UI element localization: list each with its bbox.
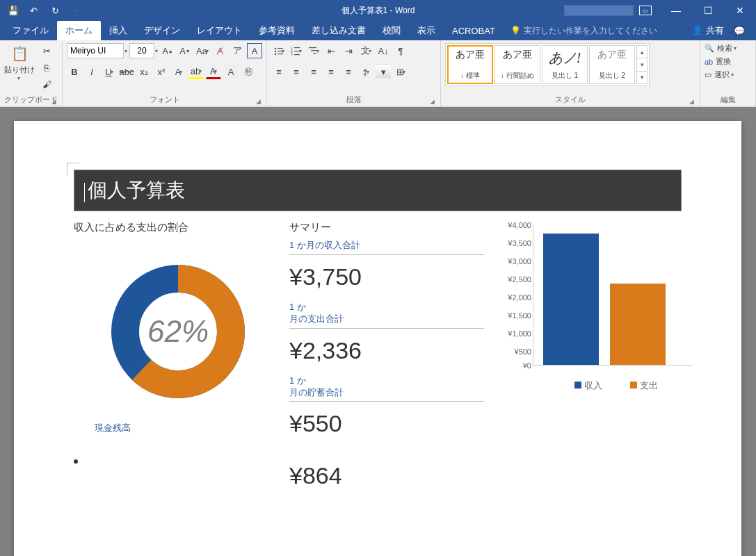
- cut-icon[interactable]: ✂: [39, 43, 54, 58]
- bullets-icon[interactable]: ▾: [271, 43, 287, 58]
- clear-formatting-icon[interactable]: A̸: [212, 43, 227, 58]
- increase-indent-icon[interactable]: ⇥: [341, 43, 356, 58]
- tab-references[interactable]: 参考資料: [250, 21, 303, 40]
- savings-label: 1 か月の貯蓄合計: [289, 375, 484, 399]
- highlight-icon[interactable]: ab▾: [188, 64, 204, 79]
- format-painter-icon[interactable]: 🖌: [39, 76, 54, 92]
- minimize-button[interactable]: —: [660, 0, 692, 21]
- justify-icon[interactable]: ≡: [323, 64, 339, 79]
- group-font: Meiryo UI▾ 20▾ A▲ A▼ Aa▾ A̸ ア A B I U▾ a…: [63, 40, 267, 106]
- tab-file[interactable]: ファイル: [4, 21, 57, 40]
- sort-icon[interactable]: A↓: [376, 43, 391, 58]
- share-button[interactable]: 👤 共有: [692, 24, 724, 37]
- window-title: 個人予算表1 - Word: [341, 5, 415, 17]
- comments-icon[interactable]: 💬: [734, 26, 745, 36]
- text-effects-icon[interactable]: A▾: [171, 64, 186, 79]
- close-button[interactable]: ✕: [724, 0, 756, 21]
- undo-icon[interactable]: ↶▾: [25, 1, 43, 19]
- style-heading-1[interactable]: あノ!見出し 1: [542, 45, 588, 84]
- quick-access-toolbar: 💾 ↶▾ ↻ ▾: [0, 1, 89, 19]
- svg-point-0: [275, 48, 276, 49]
- svg-text:3: 3: [291, 53, 293, 56]
- share-area: 👤 共有 💬: [692, 21, 752, 40]
- tab-layout[interactable]: レイアウト: [188, 21, 250, 40]
- distributed-icon[interactable]: ≡: [341, 64, 356, 79]
- save-icon[interactable]: 💾: [4, 1, 22, 19]
- shading-icon[interactable]: ▾: [376, 64, 391, 79]
- font-size-combo[interactable]: 20: [129, 43, 154, 58]
- redo-icon[interactable]: ↻: [46, 1, 64, 19]
- font-name-combo[interactable]: Meiryo UI: [67, 43, 124, 58]
- paragraph-dialog-launcher[interactable]: ◢: [430, 98, 435, 105]
- multilevel-list-icon[interactable]: ▾: [306, 43, 321, 58]
- ribbon-tabs: ファイル ホーム 挿入 デザイン レイアウト 参考資料 差し込み文書 校閲 表示…: [0, 21, 756, 40]
- expense-value: ¥2,336: [289, 332, 484, 370]
- user-box[interactable]: [564, 5, 634, 16]
- superscript-button[interactable]: x²: [154, 64, 169, 79]
- svg-rect-13: [311, 50, 316, 51]
- enclose-characters-icon[interactable]: ㊕: [241, 64, 256, 79]
- style-heading-2[interactable]: あア亜見出し 2: [589, 45, 635, 84]
- group-editing: 🔍 検索 ▾ ab 置換 ▭ 選択 ▾ 編集: [700, 40, 756, 106]
- underline-button[interactable]: U▾: [102, 64, 117, 79]
- font-dialog-launcher[interactable]: ◢: [256, 98, 261, 105]
- tab-acrobat[interactable]: ACROBAT: [444, 21, 504, 40]
- strikethrough-button[interactable]: abc: [119, 64, 134, 79]
- styles-gallery[interactable]: あア亜↓ 標準 あア亜↓ 行間詰め あノ!見出し 1 あア亜見出し 2 ▴▾▾: [445, 43, 650, 86]
- tell-me-box[interactable]: 💡 実行したい作業を入力してください: [504, 21, 657, 40]
- document-area[interactable]: 個人予算表 収入に占める支出の割合 62% 現金残高 サマリー 1 か月の収入合…: [0, 107, 756, 556]
- tab-home[interactable]: ホーム: [57, 21, 101, 40]
- page: 個人予算表 収入に占める支出の割合 62% 現金残高 サマリー 1 か月の収入合…: [14, 121, 741, 556]
- grow-font-icon[interactable]: A▲: [160, 43, 175, 58]
- clipboard-dialog-launcher[interactable]: ◢: [51, 98, 56, 105]
- ribbon-display-options-icon[interactable]: ▭: [639, 6, 652, 15]
- group-clipboard: 📋 貼り付け ▾ ✂ ⎘ 🖌 クリップボード◢: [0, 40, 63, 106]
- align-right-icon[interactable]: ≡: [306, 64, 321, 79]
- select-button[interactable]: ▭ 選択 ▾: [705, 70, 737, 80]
- qat-customize-icon[interactable]: ▾: [67, 1, 85, 19]
- decrease-indent-icon[interactable]: ⇤: [323, 43, 339, 58]
- bold-button[interactable]: B: [67, 64, 82, 79]
- line-spacing-icon[interactable]: ‡▾: [358, 64, 373, 79]
- styles-dialog-launcher[interactable]: ◢: [689, 98, 694, 105]
- copy-icon[interactable]: ⎘: [39, 60, 54, 75]
- tab-mailings[interactable]: 差し込み文書: [303, 21, 374, 40]
- shrink-font-icon[interactable]: A▼: [177, 43, 193, 58]
- text-direction-icon[interactable]: 文▾: [358, 43, 373, 58]
- subscript-button[interactable]: x₂: [136, 64, 152, 79]
- tab-review[interactable]: 校閲: [374, 21, 409, 40]
- styles-scroll[interactable]: ▴▾▾: [636, 45, 648, 84]
- find-button[interactable]: 🔍 検索 ▾: [705, 43, 737, 54]
- tab-design[interactable]: デザイン: [136, 21, 188, 40]
- replace-button[interactable]: ab 置換: [705, 56, 737, 67]
- expense-label: 1 か月の支出合計: [289, 302, 484, 325]
- bar-expense: [610, 284, 666, 365]
- align-left-icon[interactable]: ≡: [271, 64, 287, 79]
- tab-view[interactable]: 表示: [409, 21, 444, 40]
- change-case-icon[interactable]: Aa▾: [195, 43, 210, 58]
- doc-title[interactable]: 個人予算表: [74, 170, 682, 211]
- character-shading-icon[interactable]: A: [223, 64, 239, 79]
- barchart-column: ¥4,000 ¥3,500 ¥3,000 ¥2,500 ¥2,000 ¥1,50…: [491, 218, 700, 495]
- bar-chart: ¥4,000 ¥3,500 ¥3,000 ¥2,500 ¥2,000 ¥1,50…: [491, 218, 700, 392]
- style-no-spacing[interactable]: あア亜↓ 行間詰め: [494, 45, 540, 84]
- tab-insert[interactable]: 挿入: [101, 21, 136, 40]
- paste-button[interactable]: 📋 貼り付け ▾: [4, 43, 35, 81]
- show-marks-icon[interactable]: ¶: [393, 43, 408, 58]
- svg-point-2: [275, 51, 276, 52]
- style-normal[interactable]: あア亜↓ 標準: [447, 45, 493, 84]
- font-color-icon[interactable]: A▾: [206, 64, 221, 79]
- maximize-button[interactable]: ☐: [692, 0, 724, 21]
- italic-button[interactable]: I: [84, 64, 99, 79]
- margin-corner-icon: [67, 163, 79, 175]
- numbering-icon[interactable]: 123▾: [289, 43, 304, 58]
- savings-value: ¥550: [289, 404, 484, 443]
- cash-value: ¥864: [289, 457, 484, 495]
- svg-rect-11: [294, 54, 300, 55]
- character-border-icon[interactable]: A: [247, 43, 262, 58]
- align-center-icon[interactable]: ≡: [289, 64, 304, 79]
- borders-icon[interactable]: ⊞▾: [393, 64, 408, 79]
- phonetic-guide-icon[interactable]: ア: [230, 43, 245, 58]
- ratio-heading: 収入に占める支出の割合: [74, 221, 282, 234]
- income-value: ¥3,750: [289, 258, 484, 296]
